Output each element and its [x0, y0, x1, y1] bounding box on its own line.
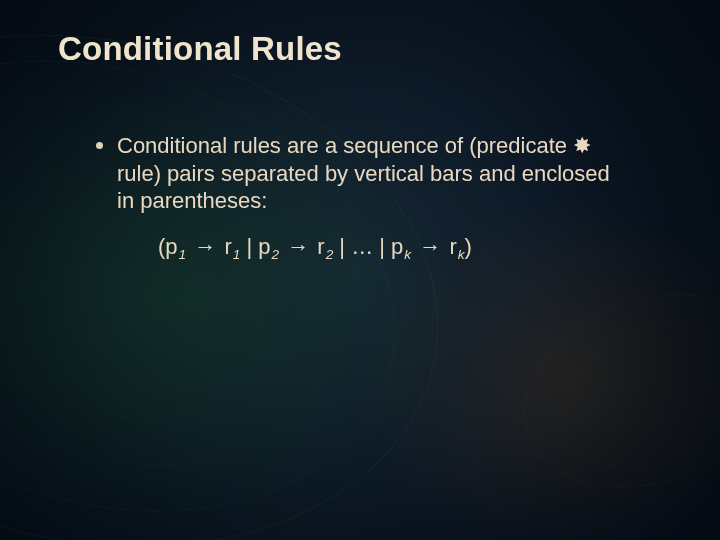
arrow-icon: →	[279, 234, 317, 259]
f-pk: p	[391, 234, 403, 259]
bullet-text: Conditional rules are a sequence of (pre…	[117, 132, 616, 215]
slide-title: Conditional Rules	[58, 30, 342, 68]
f-r: r	[224, 234, 231, 259]
bullet-icon	[96, 142, 103, 149]
f-p: p	[258, 234, 270, 259]
bg-swirl	[0, 0, 487, 540]
bg-swirl	[497, 261, 720, 522]
f-subk: k	[403, 247, 411, 262]
bullet-item: Conditional rules are a sequence of (pre…	[96, 132, 616, 215]
f-sub1b: 1	[232, 247, 241, 262]
compose-icon: ✸	[573, 133, 591, 158]
bg-swirl	[0, 27, 391, 535]
f-open: (p	[158, 234, 178, 259]
f-bar3: |	[379, 234, 391, 259]
bullet-text-pre: Conditional rules are a sequence of (pre…	[117, 133, 573, 158]
f-bar2: |	[333, 234, 351, 259]
slide: Conditional Rules Conditional rules are …	[0, 0, 720, 540]
f-rk: r	[449, 234, 456, 259]
formula: (p1 → r1 | p2 → r2 | … | pk → rk)	[158, 233, 616, 261]
f-sub2: 2	[270, 247, 279, 262]
f-sub2b: 2	[325, 247, 334, 262]
f-sub1: 1	[178, 247, 187, 262]
bg-swirl	[540, 297, 720, 495]
arrow-icon: →	[186, 234, 224, 259]
f-dots: …	[351, 234, 379, 259]
f-r2: r	[317, 234, 324, 259]
f-subk2: k	[457, 247, 465, 262]
f-close: )	[465, 234, 472, 259]
arrow-icon: →	[411, 234, 449, 259]
bullet-text-post: rule) pairs separated by vertical bars a…	[117, 161, 610, 214]
bg-swirl	[0, 0, 454, 540]
slide-body: Conditional rules are a sequence of (pre…	[96, 132, 616, 260]
f-bar: |	[240, 234, 258, 259]
